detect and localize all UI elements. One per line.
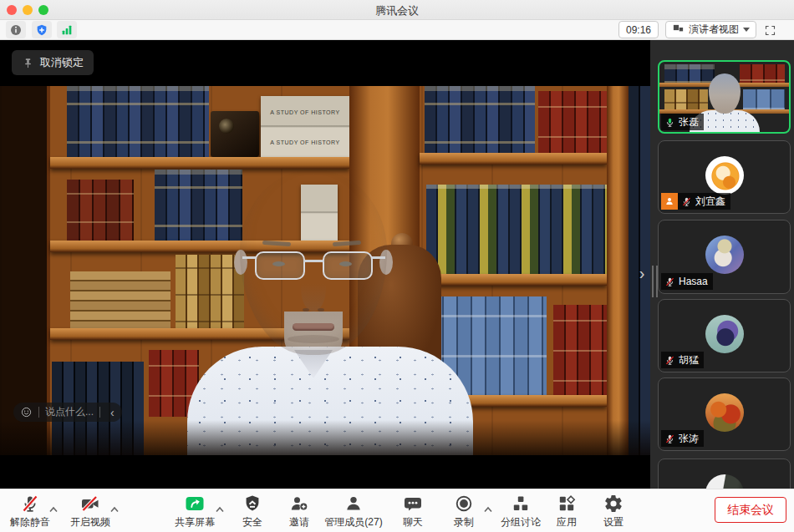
avatar: [705, 156, 744, 195]
meeting-timer: 09:16: [618, 21, 659, 38]
unlock-label: 取消锁定: [40, 55, 84, 70]
mic-on-icon: [664, 117, 675, 128]
avatar: [705, 315, 744, 353]
unlock-pin-button[interactable]: 取消锁定: [12, 50, 94, 75]
chevron-down-icon: [743, 28, 750, 32]
start-video-button[interactable]: 开启视频: [65, 494, 115, 529]
main-video-stage: A STUDY OF HISTORY A STUDY OF HISTORY: [0, 40, 650, 489]
emoji-icon[interactable]: [20, 406, 33, 418]
chat-collapse-icon[interactable]: ‹: [106, 407, 119, 418]
participant-name: 张涛: [679, 432, 699, 446]
participant-name: 张磊: [679, 115, 699, 129]
participant-tile[interactable]: 张磊: [658, 60, 791, 134]
chevron-up-icon[interactable]: [215, 506, 225, 513]
pin-icon: [22, 57, 34, 69]
participant-name: 胡猛: [679, 353, 699, 367]
mic-muted-icon: [20, 494, 40, 514]
record-button[interactable]: 录制: [445, 494, 482, 529]
avatar: [705, 393, 744, 432]
shield-plus-icon: [35, 23, 48, 37]
participant-tile[interactable]: 刘宜鑫: [658, 140, 791, 214]
meeting-security-button[interactable]: [32, 21, 52, 38]
meeting-info-button[interactable]: [6, 21, 26, 38]
participant-label: 胡猛: [661, 352, 704, 368]
mic-muted-icon: [664, 276, 675, 287]
share-screen-button[interactable]: 共享屏幕: [170, 494, 220, 529]
glasses: [323, 251, 373, 280]
titlebar: 腾讯会议: [0, 0, 794, 20]
participant-label: 张涛: [661, 430, 704, 447]
quick-chat-bar[interactable]: 说点什么... ‹: [13, 403, 122, 422]
avatar: [705, 236, 744, 274]
host-badge-icon: [661, 193, 678, 210]
meeting-topbar: 09:16 演讲者视图: [0, 20, 794, 40]
chat-button[interactable]: 聊天: [394, 494, 431, 529]
settings-button[interactable]: 设置: [595, 494, 632, 529]
glasses: [255, 251, 305, 280]
camera-muted-icon: [79, 494, 101, 514]
breakout-icon: [511, 494, 531, 514]
invite-button[interactable]: 邀请: [281, 494, 318, 529]
network-signal-icon: [60, 23, 74, 37]
participant-name: 刘宜鑫: [695, 195, 725, 209]
manage-members-button[interactable]: 管理成员(27): [316, 494, 391, 529]
security-shield-icon: [242, 494, 262, 514]
apps-button[interactable]: 应用: [548, 494, 585, 529]
mic-muted-icon: [664, 433, 675, 444]
record-icon: [454, 494, 474, 514]
security-button[interactable]: 安全: [234, 494, 271, 529]
participants-sidebar: 张磊: [650, 40, 794, 489]
chevron-up-icon[interactable]: [483, 506, 493, 513]
end-meeting-button[interactable]: 结束会议: [715, 497, 786, 523]
members-icon: [344, 494, 364, 514]
share-screen-icon: [185, 494, 205, 514]
fullscreen-icon: [764, 24, 776, 37]
chat-icon: [403, 494, 423, 514]
network-quality-button[interactable]: [57, 21, 77, 38]
layout-icon: [672, 23, 685, 36]
sidebar-collapse-button[interactable]: ›: [635, 262, 649, 286]
invite-icon: [289, 494, 309, 514]
speaker-video: A STUDY OF HISTORY A STUDY OF HISTORY: [0, 86, 650, 455]
quick-chat-input[interactable]: 说点什么...: [45, 405, 94, 419]
settings-gear-icon: [603, 494, 623, 514]
view-mode-label: 演讲者视图: [689, 23, 739, 37]
participant-tile[interactable]: 胡猛: [658, 299, 791, 372]
participant-label: 刘宜鑫: [661, 193, 730, 210]
info-icon: [9, 23, 23, 37]
participant-tile[interactable]: Hasaa: [658, 220, 791, 294]
participant-tile[interactable]: 张涛: [658, 377, 791, 451]
meeting-toolbar: 解除静音 开启视频 共享屏幕: [0, 489, 794, 532]
participant-tile[interactable]: [658, 459, 791, 489]
breakout-rooms-button[interactable]: 分组讨论: [497, 494, 544, 529]
view-mode-button[interactable]: 演讲者视图: [665, 21, 756, 38]
unmute-button[interactable]: 解除静音: [5, 494, 55, 529]
meeting-window: 腾讯会议 09:16: [0, 0, 794, 532]
mic-muted-icon: [681, 196, 692, 207]
chevron-up-icon[interactable]: [48, 506, 59, 513]
chevron-up-icon[interactable]: [109, 506, 120, 513]
participant-name: Hasaa: [679, 276, 708, 287]
participant-label: Hasaa: [661, 273, 713, 290]
participant-label: 张磊: [661, 114, 704, 130]
window-title: 腾讯会议: [0, 3, 794, 18]
mic-muted-icon: [664, 355, 675, 366]
fullscreen-button[interactable]: [761, 23, 778, 38]
speaker-person: [0, 86, 650, 455]
avatar: [705, 474, 744, 489]
apps-icon: [557, 494, 577, 514]
